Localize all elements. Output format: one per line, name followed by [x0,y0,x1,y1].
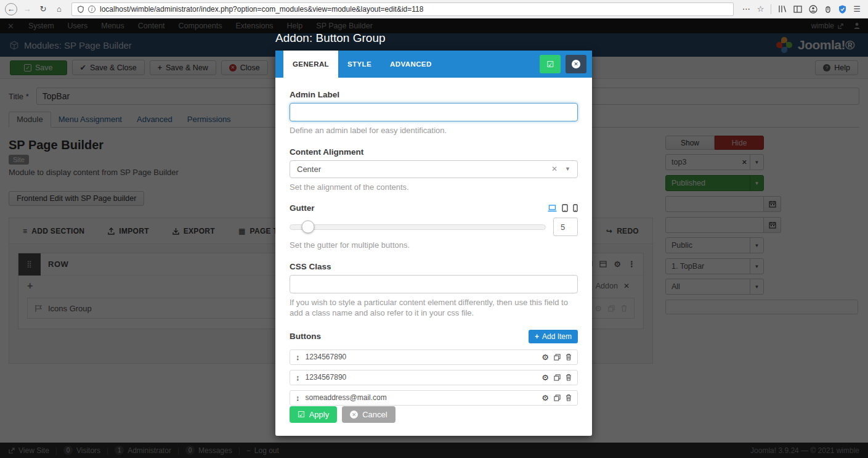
item-settings-icon[interactable]: ⚙ [541,393,549,403]
item-settings-icon[interactable]: ⚙ [541,373,549,382]
cancel-button[interactable]: ✕ Cancel [342,406,395,423]
security-shield-icon[interactable] [838,5,846,14]
css-class-group: CSS Class If you wish to style a particu… [290,262,578,319]
item-copy-icon[interactable] [554,354,561,361]
admin-label-group: Admin Label Define an admin label for ea… [290,90,578,136]
gutter-help: Set the gutter for multiple buttons. [290,240,578,251]
url-text[interactable]: localhost/wimble/administrator/index.php… [100,5,423,14]
extension-hand-icon[interactable] [824,5,832,13]
clear-selection-icon[interactable]: ✕ [551,165,558,173]
browser-toolbar: ← → ↻ ⌂ i localhost/wimble/administrator… [0,0,868,18]
content-alignment-label: Content Alignment [290,147,578,157]
bookmark-star-icon[interactable]: ☆ [757,4,765,14]
css-class-help: If you wish to style a particular conten… [290,297,578,319]
check-square-icon: ☑ [298,410,305,419]
content-alignment-help: Set the alignment of the contents. [290,182,578,193]
device-switcher [548,204,578,212]
library-icon[interactable] [778,5,787,13]
gutter-label: Gutter [290,203,315,213]
css-class-label: CSS Class [290,262,578,271]
back-icon[interactable]: ← [5,3,17,15]
item-settings-icon[interactable]: ⚙ [541,353,549,362]
tab-style[interactable]: STYLE [338,51,381,78]
button-item-row[interactable]: ↕ 1234567890 ⚙ [290,350,578,365]
browser-actions: ⋯ ☆ ☰ [740,4,863,14]
modal-tab-bar: GENERAL STYLE ADVANCED ☑ ✕ [275,51,592,78]
tab-general[interactable]: GENERAL [283,51,338,78]
sidebar-toggle-icon[interactable] [793,6,802,13]
reload-icon[interactable]: ↻ [37,3,49,15]
tracking-shield-icon[interactable] [78,6,84,13]
gutter-slider[interactable] [290,224,546,230]
check-square-icon: ☑ [546,60,554,69]
forward-icon[interactable]: → [21,3,33,15]
tablet-icon[interactable] [562,204,568,212]
tab-advanced[interactable]: ADVANCED [381,51,441,78]
site-info-icon[interactable]: i [88,6,95,13]
apply-button[interactable]: ☑ Apply [290,406,337,423]
gutter-value-input[interactable] [553,218,578,236]
css-class-input[interactable] [290,275,578,293]
divider [771,4,771,14]
modal-title: Addon: Button Group [275,31,386,45]
item-copy-icon[interactable] [554,374,561,381]
close-circle-icon: ✕ [572,60,580,68]
drag-handle-icon[interactable]: ↕ [296,353,300,362]
modal-body: Admin Label Define an admin label for ea… [275,78,592,436]
hamburger-menu-icon[interactable]: ☰ [853,4,861,14]
admin-label-input[interactable] [290,103,578,121]
admin-label-help: Define an admin label for easy identific… [290,125,578,136]
modal-footer: ☑ Apply ✕ Cancel [290,406,395,423]
item-actions: ⚙ [541,373,572,382]
buttons-label: Buttons [290,332,321,341]
button-item-label: someaddress@mail.com [306,393,387,402]
address-bar[interactable]: i localhost/wimble/administrator/index.p… [71,2,734,16]
content-alignment-select[interactable]: Center ✕ ▼ [290,160,578,178]
item-copy-icon[interactable] [554,395,561,401]
content-alignment-group: Content Alignment Center ✕ ▼ Set the ali… [290,147,578,193]
modal-close-button[interactable]: ✕ [566,55,586,73]
mobile-icon[interactable] [573,204,578,212]
admin-label-label: Admin Label [290,90,578,99]
page-actions-icon[interactable]: ⋯ [742,4,750,14]
button-item-row[interactable]: ↕ 1234567890 ⚙ [290,370,578,385]
button-item-row[interactable]: ↕ someaddress@mail.com ⚙ [290,390,578,406]
button-item-label: 1234567890 [306,353,347,361]
modal-apply-button[interactable]: ☑ [540,55,561,73]
item-actions: ⚙ [541,353,572,362]
desktop-icon[interactable] [548,205,557,212]
drag-handle-icon[interactable]: ↕ [296,393,300,403]
close-circle-icon: ✕ [350,411,358,419]
item-delete-icon[interactable] [566,374,572,381]
item-delete-icon[interactable] [566,353,572,361]
add-item-button[interactable]: + Add Item [529,330,578,343]
plus-icon: + [535,332,539,341]
item-actions: ⚙ [541,393,572,403]
screen: ← → ↻ ⌂ i localhost/wimble/administrator… [0,0,868,458]
gutter-group: Gutter Set the gutter for multiple butto… [290,203,578,251]
button-item-label: 1234567890 [306,373,347,382]
item-delete-icon[interactable] [566,394,572,401]
account-icon[interactable] [809,5,817,14]
modal-actions: ☑ ✕ [540,51,592,78]
slider-handle[interactable] [302,221,315,234]
addon-settings-modal: GENERAL STYLE ADVANCED ☑ ✕ Admin Label D… [275,51,592,436]
buttons-group: Buttons + Add Item ↕ 1234567890 ⚙ [290,330,578,406]
drag-handle-icon[interactable]: ↕ [296,373,300,382]
caret-down-icon: ▼ [565,166,570,172]
home-icon[interactable]: ⌂ [53,3,65,15]
